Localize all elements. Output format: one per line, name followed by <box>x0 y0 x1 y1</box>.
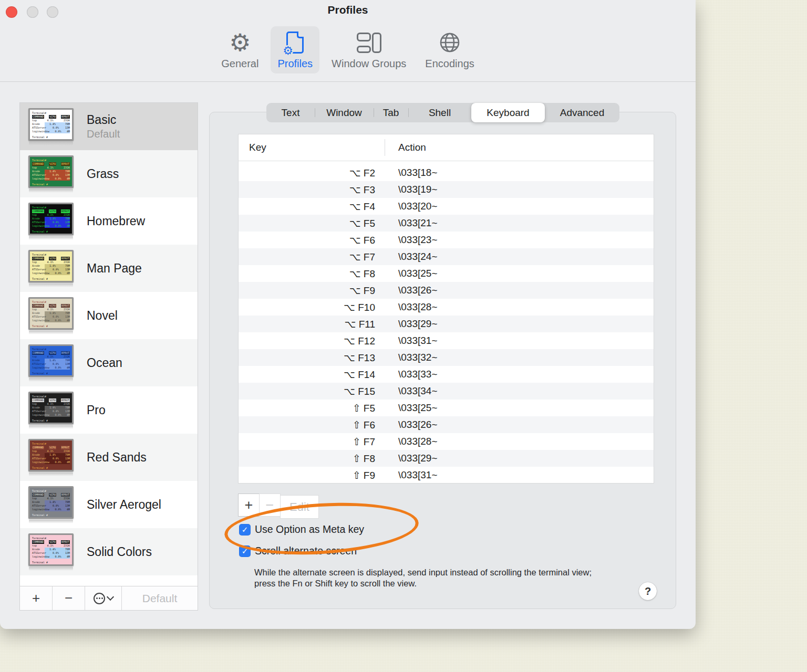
key-mapping-row[interactable]: ⌥ F15\033[34~ <box>239 383 654 400</box>
help-button[interactable]: ? <box>639 582 657 600</box>
remove-key-mapping-button[interactable]: − <box>259 494 281 517</box>
chevron-down-icon <box>107 593 114 601</box>
terminal-thumbnail-image: Terminal#COMMAND%CPURPRVTtop4.1%231KXcod… <box>28 439 74 471</box>
key-cell: ⌥ F9 <box>239 285 375 297</box>
checkbox-row-use-option-as-meta-key[interactable]: ✓Use Option as Meta key <box>239 523 364 536</box>
tab-text[interactable]: Text <box>266 103 315 122</box>
terminal-thumbnail-image: Terminal#COMMAND%CPURPRVTtop4.1%231KXcod… <box>28 108 74 141</box>
gear-icon: ⚙ <box>229 29 251 56</box>
profile-row-ocean[interactable]: Terminal#COMMAND%CPURPRVTtop4.1%231KXcod… <box>20 339 198 386</box>
key-cell: ⇧ F5 <box>239 402 375 414</box>
action-cell: \033[20~ <box>375 201 438 212</box>
key-mapping-row[interactable]: ⇧ F5\033[25~ <box>239 400 654 416</box>
profile-row-homebrew[interactable]: Terminal#COMMAND%CPURPRVTtop4.1%231KXcod… <box>20 197 198 245</box>
profile-thumbnail: Terminal#COMMAND%CPURPRVTtop4.1%231KXcod… <box>27 250 75 287</box>
toolbar-item-profiles[interactable]: ⚙Profiles <box>271 26 319 74</box>
tab-advanced[interactable]: Advanced <box>545 103 619 122</box>
profile-name: Pro <box>87 403 106 417</box>
key-mapping-row[interactable]: ⌥ F14\033[33~ <box>239 366 654 383</box>
key-mapping-row[interactable]: ⌥ F6\033[23~ <box>239 232 654 248</box>
profile-doc-icon: ⚙ <box>286 29 304 56</box>
key-cell: ⌥ F5 <box>239 217 375 229</box>
key-mapping-row[interactable]: ⌥ F10\033[28~ <box>239 299 654 316</box>
toolbar-item-encodings[interactable]: Encodings <box>418 26 481 74</box>
toolbar-item-general[interactable]: ⚙General <box>214 26 265 74</box>
profile-thumbnail: Terminal#COMMAND%CPURPRVTtop4.1%231KXcod… <box>27 439 75 476</box>
toolbar-item-label: General <box>221 58 258 70</box>
key-cell: ⌥ F7 <box>239 251 375 263</box>
key-mappings-table: Key Action ⌥ F2\033[18~⌥ F3\033[19~⌥ F4\… <box>238 134 654 484</box>
globe-icon <box>438 29 461 56</box>
profile-thumbnail: Terminal#COMMAND%CPURPRVTtop4.1%231KXcod… <box>27 203 75 240</box>
terminal-thumbnail-image: Terminal#COMMAND%CPURPRVTtop4.1%231KXcod… <box>28 297 74 330</box>
profiles-sidebar: Terminal#COMMAND%CPURPRVTtop4.1%231KXcod… <box>19 102 198 611</box>
terminal-thumbnail-image: Terminal#COMMAND%CPURPRVTtop4.1%231KXcod… <box>28 486 74 519</box>
profile-thumbnail: Terminal#COMMAND%CPURPRVTtop4.1%231KXcod… <box>27 344 75 382</box>
key-mapping-row[interactable]: ⌥ F13\033[32~ <box>239 349 654 366</box>
key-mapping-row[interactable]: ⌥ F4\033[20~ <box>239 198 654 215</box>
thumbnail-reflection <box>29 472 73 476</box>
action-cell: \033[31~ <box>375 335 438 346</box>
profile-row-solid-colors[interactable]: Terminal#COMMAND%CPURPRVTtop4.1%231KXcod… <box>20 528 198 575</box>
more-options-button[interactable] <box>85 586 122 610</box>
profile-name: Basic <box>87 113 120 127</box>
tab-window[interactable]: Window <box>315 103 374 122</box>
checkbox-checked[interactable]: ✓ <box>239 545 251 557</box>
action-cell: \033[29~ <box>375 453 438 464</box>
key-mapping-row[interactable]: ⌥ F7\033[24~ <box>239 248 654 265</box>
column-divider[interactable] <box>385 139 385 156</box>
key-cell: ⌥ F15 <box>239 385 375 397</box>
key-mapping-row[interactable]: ⌥ F2\033[18~ <box>239 164 654 181</box>
set-default-button[interactable]: Default <box>122 586 198 610</box>
key-mapping-row[interactable]: ⌥ F3\033[19~ <box>239 181 654 198</box>
profile-row-novel[interactable]: Terminal#COMMAND%CPURPRVTtop4.1%231KXcod… <box>20 292 198 339</box>
terminal-thumbnail-image: Terminal#COMMAND%CPURPRVTtop4.1%231KXcod… <box>28 533 74 566</box>
profile-row-red-sands[interactable]: Terminal#COMMAND%CPURPRVTtop4.1%231KXcod… <box>20 434 198 481</box>
profile-row-grass[interactable]: Terminal#COMMAND%CPURPRVTtop4.1%231KXcod… <box>20 150 198 197</box>
thumbnail-reflection <box>29 284 73 287</box>
profile-thumbnail: Terminal#COMMAND%CPURPRVTtop4.1%231KXcod… <box>27 533 75 571</box>
terminal-thumbnail-image: Terminal#COMMAND%CPURPRVTtop4.1%231KXcod… <box>28 344 74 377</box>
key-mapping-row[interactable]: ⇧ F6\033[26~ <box>239 416 654 433</box>
profile-row-silver-aerogel[interactable]: Terminal#COMMAND%CPURPRVTtop4.1%231KXcod… <box>20 481 198 528</box>
tab-keyboard[interactable]: Keyboard <box>471 103 545 122</box>
key-mapping-row[interactable]: ⌥ F11\033[29~ <box>239 316 654 332</box>
profile-name: Red Sands <box>87 450 147 465</box>
tab-tab[interactable]: Tab <box>374 103 408 122</box>
add-key-mapping-button[interactable]: + <box>238 494 260 517</box>
profile-name: Solid Colors <box>87 545 152 559</box>
column-header-key[interactable]: Key <box>249 142 266 153</box>
thumbnail-reflection <box>29 378 73 382</box>
profile-row-man-page[interactable]: Terminal#COMMAND%CPURPRVTtop4.1%231KXcod… <box>20 245 198 292</box>
key-mapping-row[interactable]: ⇧ F7\033[28~ <box>239 433 654 450</box>
column-header-action[interactable]: Action <box>398 142 426 153</box>
tab-shell[interactable]: Shell <box>408 103 471 122</box>
profile-thumbnail: Terminal#COMMAND%CPURPRVTtop4.1%231KXcod… <box>27 155 75 193</box>
key-mapping-row[interactable]: ⌥ F9\033[26~ <box>239 282 654 299</box>
action-cell: \033[26~ <box>375 285 438 296</box>
profile-row-pro[interactable]: Terminal#COMMAND%CPURPRVTtop4.1%231KXcod… <box>20 386 198 434</box>
add-profile-button[interactable]: + <box>20 586 53 610</box>
profile-thumbnail: Terminal#COMMAND%CPURPRVTtop4.1%231KXcod… <box>27 297 75 334</box>
profile-row-basic[interactable]: Terminal#COMMAND%CPURPRVTtop4.1%231KXcod… <box>20 103 198 150</box>
remove-profile-button[interactable]: − <box>53 586 85 610</box>
thumbnail-reflection <box>29 331 73 334</box>
checkbox-row-scroll-alternate-screen[interactable]: ✓Scroll alternate screen <box>239 545 357 557</box>
key-mapping-row[interactable]: ⌥ F8\033[25~ <box>239 265 654 282</box>
toolbar-item-window-groups[interactable]: Window Groups <box>325 26 413 74</box>
key-cell: ⌥ F4 <box>239 201 375 213</box>
key-mapping-row[interactable]: ⌥ F12\033[31~ <box>239 332 654 349</box>
edit-key-mapping-button[interactable]: Edit <box>280 495 319 519</box>
action-cell: \033[25~ <box>375 402 438 414</box>
terminal-thumbnail-image: Terminal#COMMAND%CPURPRVTtop4.1%231KXcod… <box>28 155 74 188</box>
checkbox-checked[interactable]: ✓ <box>239 524 251 536</box>
key-cell: ⌥ F14 <box>239 369 375 381</box>
thumbnail-reflection <box>29 189 73 193</box>
profile-thumbnail: Terminal#COMMAND%CPURPRVTtop4.1%231KXcod… <box>27 108 75 145</box>
key-mapping-row[interactable]: ⇧ F9\033[31~ <box>239 467 654 484</box>
window-groups-icon <box>357 29 381 56</box>
thumbnail-reflection <box>29 236 73 240</box>
key-mapping-row[interactable]: ⇧ F8\033[29~ <box>239 450 654 467</box>
key-mapping-row[interactable]: ⌥ F5\033[21~ <box>239 215 654 232</box>
key-cell: ⌥ F13 <box>239 352 375 364</box>
